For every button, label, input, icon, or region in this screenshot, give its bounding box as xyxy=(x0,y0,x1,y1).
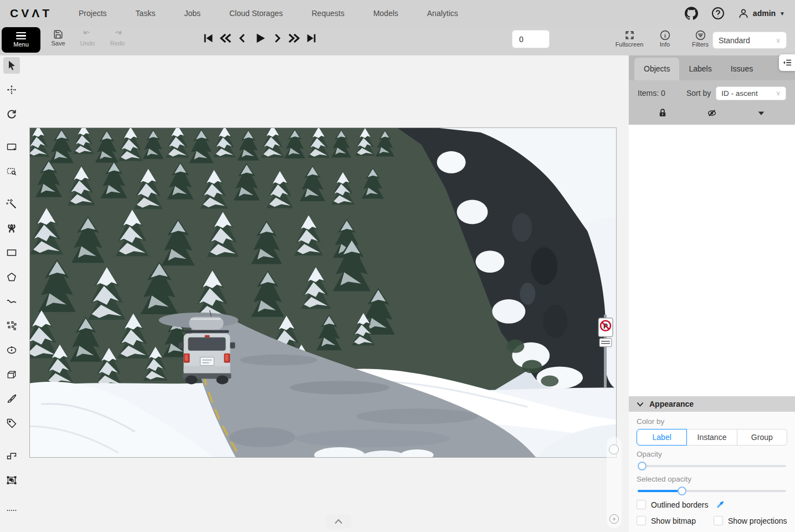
move-icon xyxy=(6,84,17,95)
color-by-group-option[interactable]: Group xyxy=(737,429,787,446)
draw-rectangle-tool[interactable] xyxy=(3,244,20,261)
select-roi-tool[interactable] xyxy=(3,163,20,180)
appearance-panel: Appearance Color by Label Instance Group… xyxy=(629,396,795,532)
cursor-icon xyxy=(6,60,17,71)
opencv-tool[interactable] xyxy=(3,220,20,237)
nav-item-analytics[interactable]: Analytics xyxy=(427,9,458,18)
show-bitmap-checkbox[interactable] xyxy=(637,516,646,525)
setup-tag-tool[interactable] xyxy=(3,415,20,432)
forward-button[interactable] xyxy=(288,32,301,45)
frame-number-input[interactable] xyxy=(512,30,550,48)
draw-polyline-tool[interactable] xyxy=(3,293,20,310)
group-tool[interactable] xyxy=(3,472,20,489)
color-by-label-option[interactable]: Label xyxy=(637,429,687,446)
fold-panel-button[interactable] xyxy=(779,54,795,71)
last-frame-icon xyxy=(305,32,317,44)
opacity-knob[interactable] xyxy=(638,462,647,470)
user-menu[interactable]: admin ▼ xyxy=(738,8,785,19)
group-icon xyxy=(6,475,17,486)
canvas-vertical-slider[interactable]: + xyxy=(607,437,622,528)
eye-off-icon[interactable] xyxy=(707,108,717,118)
backward-button[interactable] xyxy=(219,32,232,45)
github-icon[interactable] xyxy=(685,7,698,20)
save-icon xyxy=(53,29,63,39)
objects-sidebar: Objects Labels Issues Items: 0 Sort by I… xyxy=(629,55,795,532)
sort-select[interactable]: ID - ascent ∨ xyxy=(716,86,786,100)
chevron-down-icon: ∨ xyxy=(776,89,781,97)
move-tool[interactable] xyxy=(3,81,20,98)
cvat-logo[interactable]: CVΛT xyxy=(10,7,52,20)
first-frame-button[interactable] xyxy=(202,32,215,45)
show-projections-checkbox[interactable] xyxy=(714,516,723,525)
opencv-icon xyxy=(6,223,17,234)
nav-item-projects[interactable]: Projects xyxy=(79,9,107,18)
objects-list xyxy=(629,125,795,396)
show-bitmap-label: Show bitmap xyxy=(651,516,696,525)
next-frame-button[interactable] xyxy=(270,32,284,45)
lock-icon[interactable] xyxy=(658,108,668,118)
filters-button[interactable]: Filters xyxy=(688,30,713,48)
draw-points-tool[interactable] xyxy=(3,318,20,334)
color-by-instance-option[interactable]: Instance xyxy=(687,429,737,446)
color-by-group: Label Instance Group xyxy=(637,429,787,446)
opacity-label: Opacity xyxy=(637,450,787,458)
player-controls xyxy=(202,32,318,45)
nav-item-jobs[interactable]: Jobs xyxy=(184,9,201,18)
merge-tool[interactable] xyxy=(3,448,20,464)
previous-icon xyxy=(237,33,248,44)
tab-labels[interactable]: Labels xyxy=(679,58,721,80)
controls-sidebar xyxy=(0,55,23,532)
nav-item-models[interactable]: Models xyxy=(373,9,398,18)
cursor-tool[interactable] xyxy=(3,57,20,74)
rectangle-icon xyxy=(6,247,17,258)
chevron-up-icon xyxy=(334,519,343,524)
user-icon xyxy=(738,8,749,19)
backward-icon xyxy=(219,32,232,45)
save-button[interactable]: Save xyxy=(45,29,71,47)
plus-zoom-icon[interactable]: + xyxy=(609,514,619,524)
chevron-down-icon: ∨ xyxy=(776,37,781,44)
workspace-select[interactable]: Standard ∨ xyxy=(712,32,787,49)
nav-item-requests[interactable]: Requests xyxy=(311,9,344,18)
outlined-borders-checkbox[interactable] xyxy=(637,500,646,509)
canvas-collapse-tab[interactable] xyxy=(326,514,351,529)
brush-tool[interactable] xyxy=(3,391,20,407)
caret-down-icon[interactable] xyxy=(756,108,766,118)
cuboid-icon xyxy=(6,369,17,380)
select-roi-icon xyxy=(6,166,17,177)
nav-item-tasks[interactable]: Tasks xyxy=(136,9,156,18)
help-icon[interactable] xyxy=(711,7,725,20)
last-frame-button[interactable] xyxy=(305,32,318,45)
ai-tools[interactable] xyxy=(3,196,20,212)
undo-button[interactable]: Undo xyxy=(75,29,100,47)
rotate-icon xyxy=(6,109,17,120)
sort-by-label: Sort by xyxy=(686,89,711,98)
eyedropper-icon[interactable] xyxy=(716,500,725,509)
play-button[interactable] xyxy=(253,32,266,45)
previous-frame-button[interactable] xyxy=(236,32,249,45)
annotation-canvas[interactable]: P + xyxy=(23,55,629,532)
redo-button[interactable]: Redo xyxy=(105,29,130,47)
info-button[interactable]: Info xyxy=(652,30,678,48)
frame-image[interactable]: P xyxy=(29,127,617,458)
appearance-header[interactable]: Appearance xyxy=(629,396,795,412)
fold-panel-icon xyxy=(783,59,792,66)
redo-icon xyxy=(112,29,122,39)
vertical-slider-knob[interactable] xyxy=(609,444,619,454)
nav-item-cloud-storages[interactable]: Cloud Storages xyxy=(229,9,283,18)
rotate-tool[interactable] xyxy=(3,106,20,122)
polygon-icon xyxy=(6,272,17,283)
draw-ellipse-tool[interactable] xyxy=(3,342,20,359)
fit-image-tool[interactable] xyxy=(3,139,20,155)
menu-button[interactable]: Menu xyxy=(2,27,40,53)
tab-issues[interactable]: Issues xyxy=(721,58,762,80)
split-icon xyxy=(6,505,17,516)
draw-cuboid-tool[interactable] xyxy=(3,366,20,383)
selected-opacity-slider[interactable] xyxy=(638,490,786,492)
split-tool[interactable] xyxy=(3,502,20,519)
opacity-slider[interactable] xyxy=(638,465,786,467)
tab-objects[interactable]: Objects xyxy=(634,58,679,80)
fullscreen-button[interactable]: Fullscreen xyxy=(617,30,642,48)
selected-opacity-knob[interactable] xyxy=(678,487,686,495)
draw-polygon-tool[interactable] xyxy=(3,269,20,285)
